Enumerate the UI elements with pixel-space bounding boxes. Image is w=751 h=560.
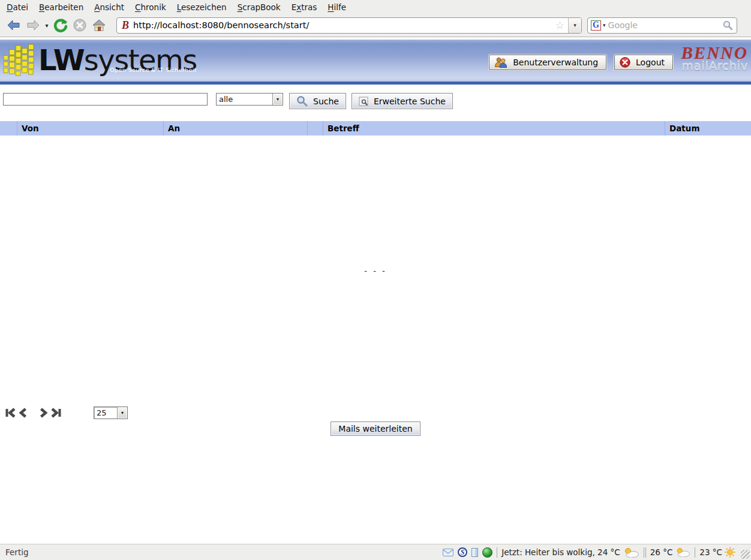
last-page-icon [50, 408, 62, 418]
menu-chronik[interactable]: Chronik [130, 1, 172, 14]
window-resize-grip[interactable] [741, 550, 750, 559]
sun-icon [725, 547, 735, 558]
scrapbook-status-icon[interactable]: S [458, 547, 467, 557]
forward-arrow-icon [26, 19, 40, 31]
navigation-toolbar: ▾ B ☆ ▾ G ▾ [0, 14, 751, 37]
reload-icon [53, 18, 68, 32]
page-size-value: 25 [94, 407, 117, 419]
search-button[interactable]: Suche [289, 93, 346, 109]
weather-high[interactable]: 26 °C [650, 547, 691, 557]
url-dropdown-button[interactable]: ▾ [568, 18, 581, 33]
users-icon [494, 57, 507, 68]
first-page-icon [5, 408, 17, 418]
page-size-select[interactable]: 25 ▾ [94, 407, 128, 419]
mail-search-input[interactable] [3, 93, 208, 106]
menu-lesezeichen[interactable]: Lesezeichen [172, 1, 232, 14]
benno-mailarchiv-logo: BENNO mailArchiv [681, 44, 748, 72]
advanced-search-icon [359, 97, 368, 106]
next-page-icon [39, 408, 48, 418]
weather-low[interactable]: 23 °C [699, 547, 735, 558]
search-scope-select[interactable]: alle ▾ [216, 93, 283, 106]
logo-tagline: Open Source & IT Sicherheit [110, 53, 197, 87]
column-von[interactable]: Von [17, 121, 163, 136]
logout-label: Logout [636, 58, 665, 67]
partly-cloudy-icon [675, 547, 690, 557]
user-management-button[interactable]: Benutzerverwaltung [489, 55, 606, 70]
url-bar: B ☆ ▾ [116, 17, 582, 34]
next-page-button[interactable] [39, 408, 48, 418]
menu-ansicht[interactable]: Ansicht [89, 1, 130, 14]
partly-cloudy-icon [623, 547, 639, 558]
logout-button[interactable]: Logout [614, 55, 673, 70]
reload-button[interactable] [51, 16, 70, 35]
column-datum[interactable]: Datum [665, 121, 751, 136]
mailarchiv-wordmark: mailArchiv [681, 60, 748, 72]
forward-button[interactable] [23, 16, 43, 35]
home-icon [92, 19, 106, 31]
status-text: Fertig [0, 547, 443, 557]
advanced-search-button[interactable]: Erweiterte Suche [352, 93, 453, 109]
home-button[interactable] [89, 16, 109, 35]
note-status-icon[interactable] [471, 548, 478, 557]
search-engine-icon[interactable]: G [591, 20, 601, 31]
stop-icon [73, 19, 86, 32]
statusbar-right: S Jetzt: Heiter bis wolkig, 24 °C 26 °C … [443, 547, 751, 558]
column-an[interactable]: An [163, 121, 307, 136]
menu-bearbeiten[interactable]: Bearbeiten [34, 1, 89, 14]
lwsystems-squares-icon [3, 43, 34, 78]
back-arrow-icon [7, 19, 20, 31]
search-row: alle ▾ Suche Erweiterte Suche [0, 85, 751, 109]
search-button-label: Suche [313, 97, 339, 106]
lwsystems-logo: LWsystems Open Source & IT Sicherheit [3, 43, 197, 84]
mail-list-area: - - - [0, 136, 751, 405]
web-search-input[interactable] [608, 20, 722, 30]
weather-current-text: Jetzt: Heiter bis wolkig, 24 °C [501, 547, 620, 557]
history-dropdown-icon[interactable]: ▾ [43, 22, 51, 29]
user-management-label: Benutzerverwaltung [513, 58, 598, 67]
search-scope-dropdown-icon[interactable]: ▾ [272, 94, 283, 105]
menu-scrapbook[interactable]: ScrapBook [232, 1, 286, 14]
site-header: LWsystems Open Source & IT Sicherheit Be… [0, 40, 751, 85]
statusbar-separator-double [644, 547, 646, 558]
bookmark-star-icon[interactable]: ☆ [552, 19, 568, 31]
logout-icon [620, 57, 630, 68]
menu-extras[interactable]: Extras [286, 1, 323, 14]
stop-button[interactable] [70, 16, 89, 35]
lwsystems-wordmark: LWsystems Open Source & IT Sicherheit [38, 43, 197, 84]
statusbar-separator [695, 547, 695, 558]
menu-hilfe[interactable]: Hilfe [322, 1, 352, 14]
page-size-dropdown-icon[interactable]: ▾ [117, 407, 127, 419]
status-bar: Fertig S Jetzt: Heiter bis wolkig, 24 °C… [0, 544, 751, 560]
menu-bar: Datei Bearbeiten Ansicht Chronik Lesezei… [0, 0, 751, 14]
weather-high-text: 26 °C [650, 547, 673, 557]
mail-table-header: Von An Betreff Datum [0, 121, 751, 136]
back-button[interactable] [4, 16, 23, 35]
forward-mails-label: Mails weiterleiten [338, 424, 412, 433]
search-scope-value: alle [217, 94, 272, 105]
weather-current[interactable]: Jetzt: Heiter bis wolkig, 24 °C [501, 547, 639, 558]
advanced-search-label: Erweiterte Suche [374, 97, 446, 106]
empty-results-text: - - - [0, 266, 751, 275]
web-search-go-button[interactable] [722, 20, 737, 31]
logo-lw: LW [38, 43, 84, 77]
search-engine-dropdown-icon[interactable]: ▾ [601, 22, 608, 28]
forward-mails-button[interactable]: Mails weiterleiten [331, 421, 420, 436]
site-favicon: B [117, 19, 133, 32]
previous-page-icon [19, 408, 28, 418]
statusbar-separator [497, 547, 497, 558]
mail-notify-icon[interactable] [443, 549, 453, 556]
weather-low-text: 23 °C [699, 547, 722, 557]
forward-row: Mails weiterleiten [0, 421, 751, 436]
header-actions: Benutzerverwaltung Logout [489, 55, 673, 70]
previous-page-button[interactable] [19, 408, 28, 418]
column-select [0, 121, 17, 136]
column-attachment [307, 121, 323, 136]
search-magnifier-icon [296, 95, 308, 107]
url-input[interactable] [133, 18, 552, 33]
last-page-button[interactable] [50, 408, 62, 418]
menu-datei[interactable]: Datei [1, 1, 34, 14]
first-page-button[interactable] [5, 408, 17, 418]
column-betreff[interactable]: Betreff [323, 121, 665, 136]
adblock-status-icon[interactable] [482, 547, 492, 558]
web-search-box: G ▾ [587, 17, 737, 34]
